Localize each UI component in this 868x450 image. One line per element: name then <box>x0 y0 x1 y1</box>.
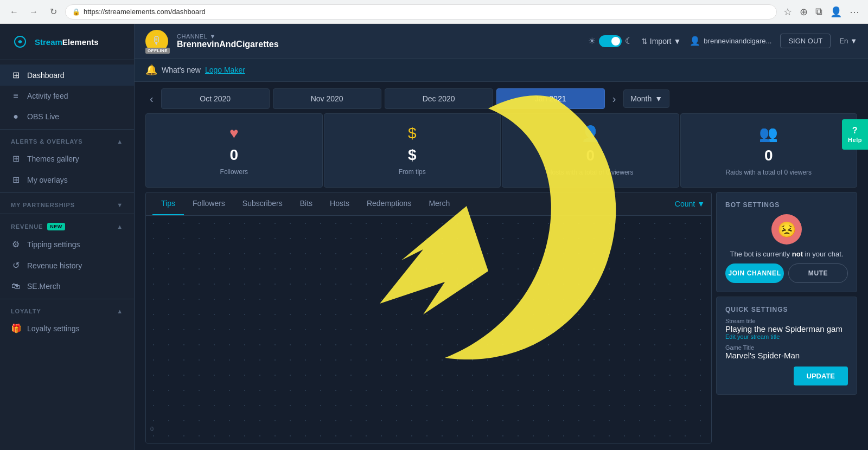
sidebar-item-dashboard[interactable]: ⊞ Dashboard <box>0 65 134 86</box>
sidebar-item-themes-gallery[interactable]: ⊞ Themes gallery <box>0 148 134 169</box>
main-content: 🎙 OFFLINE CHANNEL ▼ BrennevinAndCigarett… <box>135 24 868 450</box>
section-title: ALERTS & OVERLAYS <box>11 138 83 145</box>
stream-title-field: Stream title Playing the new Spiderman g… <box>725 318 848 340</box>
stat-card-hosts: 👤 0 Hosts with a total of 0 viewers <box>502 113 679 188</box>
sidebar-item-activity-feed[interactable]: ≡ Activity feed <box>0 86 134 106</box>
bot-avatar: 😣 <box>771 214 802 245</box>
extensions-icon[interactable]: ⧉ <box>813 4 825 20</box>
people-icon: 👥 <box>759 125 778 143</box>
signout-button[interactable]: SIGN OUT <box>780 34 831 48</box>
sidebar-item-tipping-settings[interactable]: ⚙ Tipping settings <box>0 234 134 255</box>
sidebar-item-label: My overlays <box>27 176 68 184</box>
join-channel-button[interactable]: JOIN CHANNEL <box>725 263 784 283</box>
mute-button[interactable]: MUTE <box>788 263 848 283</box>
profile-icon[interactable]: ⊕ <box>797 4 810 20</box>
stream-title-label: Stream title <box>725 318 848 324</box>
chart-tab-hosts[interactable]: Hosts <box>321 192 358 215</box>
channel-avatar: 🎙 OFFLINE <box>145 30 168 53</box>
help-button[interactable]: ? Help <box>842 119 868 150</box>
overlays-icon: ⊞ <box>11 175 21 185</box>
sidebar-item-se-merch[interactable]: 🛍 SE.Merch <box>0 276 134 297</box>
revenue-section[interactable]: REVENUE NEW ▲ <box>0 216 134 234</box>
date-tab-nov2020[interactable]: Nov 2020 <box>273 88 381 109</box>
hosts-label: Hosts with a total of 0 viewers <box>547 169 634 176</box>
chart-zero-label: 0 <box>150 426 154 432</box>
stream-title-value: Playing the new Spiderman gam <box>725 324 848 333</box>
help-icon: ? <box>852 126 858 136</box>
sidebar-item-label: SE.Merch <box>27 282 60 291</box>
alerts-overlays-section[interactable]: ALERTS & OVERLAYS ▲ <box>0 132 134 148</box>
chart-tab-redemptions[interactable]: Redemptions <box>358 192 420 215</box>
sidebar-item-label: Revenue history <box>27 261 82 270</box>
chart-tab-merch[interactable]: Merch <box>420 192 458 215</box>
more-icon[interactable]: ⋯ <box>847 4 861 20</box>
sidebar-item-label: Themes gallery <box>27 155 79 163</box>
themes-icon: ⊞ <box>11 153 21 164</box>
avatar-icon: 🎙 <box>151 35 162 47</box>
count-select[interactable]: Count ▼ <box>675 200 705 208</box>
sidebar-item-label: Loyalty settings <box>27 324 80 333</box>
language-selector[interactable]: En ▼ <box>839 37 857 45</box>
announcement-link[interactable]: Logo Maker <box>205 66 245 74</box>
user-info[interactable]: 👤 brennevinandcigare... <box>690 36 771 46</box>
bookmark-icon[interactable]: ☆ <box>781 4 794 20</box>
address-bar[interactable]: 🔒 https://streamelements.com/dashboard <box>65 4 777 20</box>
edit-stream-title-link[interactable]: Edit your stream title <box>725 333 848 340</box>
channel-dropdown-icon[interactable]: ▼ <box>209 33 215 40</box>
date-prev-button[interactable]: ‹ <box>145 91 158 107</box>
user-profile-icon[interactable]: 👤 <box>828 4 844 20</box>
theme-toggle: ☀ ☾ <box>588 35 633 47</box>
section-title: MY PARTNERSHIPS <box>11 202 75 208</box>
sidebar-item-loyalty-settings[interactable]: 🎁 Loyalty settings <box>0 318 134 339</box>
sidebar-item-my-overlays[interactable]: ⊞ My overlays <box>0 169 134 190</box>
sidebar-item-obs-live[interactable]: ● OBS Live <box>0 106 134 127</box>
game-title-field: Game Title Marvel's Spider-Man <box>725 344 848 360</box>
channel-label: CHANNEL ▼ <box>177 33 279 40</box>
date-navigation: ‹ Oct 2020 Nov 2020 Dec 2020 Jan 2021 › … <box>135 82 868 113</box>
sidebar-item-revenue-history[interactable]: ↺ Revenue history <box>0 255 134 276</box>
user-name: brennevinandcigare... <box>704 37 771 45</box>
topbar: 🎙 OFFLINE CHANNEL ▼ BrennevinAndCigarett… <box>135 24 868 59</box>
logo-text-part2: Elements <box>62 37 99 47</box>
theme-toggle-switch[interactable] <box>599 35 622 47</box>
sun-icon: ☀ <box>588 36 596 46</box>
period-select[interactable]: Month ▼ <box>623 89 669 108</box>
chevron-up-icon-loyalty: ▲ <box>117 308 123 314</box>
chart-tab-followers[interactable]: Followers <box>184 192 234 215</box>
update-button[interactable]: UPDATE <box>794 367 848 385</box>
sidebar: StreamElements ⊞ Dashboard ≡ Activity fe… <box>0 24 135 450</box>
right-panel: BOT SETTINGS 😣 The bot is currently not … <box>716 192 857 443</box>
stat-card-tips: $ $ From tips <box>324 113 501 188</box>
sidebar-item-label: OBS Live <box>27 112 59 121</box>
bot-status-text: The bot is currently not in your chat. <box>730 250 844 258</box>
date-tab-dec2020[interactable]: Dec 2020 <box>385 88 493 109</box>
date-tab-oct2020[interactable]: Oct 2020 <box>161 88 270 109</box>
back-button[interactable]: ← <box>7 4 22 20</box>
person-icon: 👤 <box>581 125 600 143</box>
partnerships-section[interactable]: MY PARTNERSHIPS ▼ <box>0 195 134 211</box>
divider-2 <box>0 192 134 193</box>
bot-face-icon: 😣 <box>777 221 796 239</box>
tips-label: From tips <box>399 168 426 176</box>
announcement-icon: 🔔 <box>145 64 157 76</box>
browser-chrome: ← → ↻ 🔒 https://streamelements.com/dashb… <box>0 0 868 24</box>
loyalty-section[interactable]: LOYALTY ▲ <box>0 301 134 318</box>
sidebar-item-label: Dashboard <box>27 71 65 80</box>
sidebar-nav: ⊞ Dashboard ≡ Activity feed ● OBS Live A… <box>0 60 134 343</box>
new-badge: NEW <box>47 223 65 230</box>
forward-button[interactable]: → <box>26 4 41 20</box>
chart-tab-bits[interactable]: Bits <box>291 192 321 215</box>
divider-4 <box>0 299 134 299</box>
section-title: REVENUE <box>11 223 43 230</box>
chart-tab-subscribers[interactable]: Subscribers <box>234 192 291 215</box>
revenue-icon: ↺ <box>11 260 21 271</box>
content-area: Tips Followers Subscribers Bits Hosts Re… <box>135 192 868 450</box>
import-label: Import <box>650 37 672 46</box>
chevron-up-icon-revenue: ▲ <box>117 223 123 230</box>
import-button[interactable]: ⇅ Import ▼ <box>641 37 681 46</box>
date-next-button[interactable]: › <box>608 91 621 107</box>
refresh-button[interactable]: ↻ <box>46 4 61 20</box>
date-tab-jan2021[interactable]: Jan 2021 <box>496 88 605 109</box>
chart-tab-tips[interactable]: Tips <box>152 192 184 215</box>
topbar-right: ☀ ☾ ⇅ Import ▼ 👤 brennevinandcigare... S… <box>588 34 857 48</box>
